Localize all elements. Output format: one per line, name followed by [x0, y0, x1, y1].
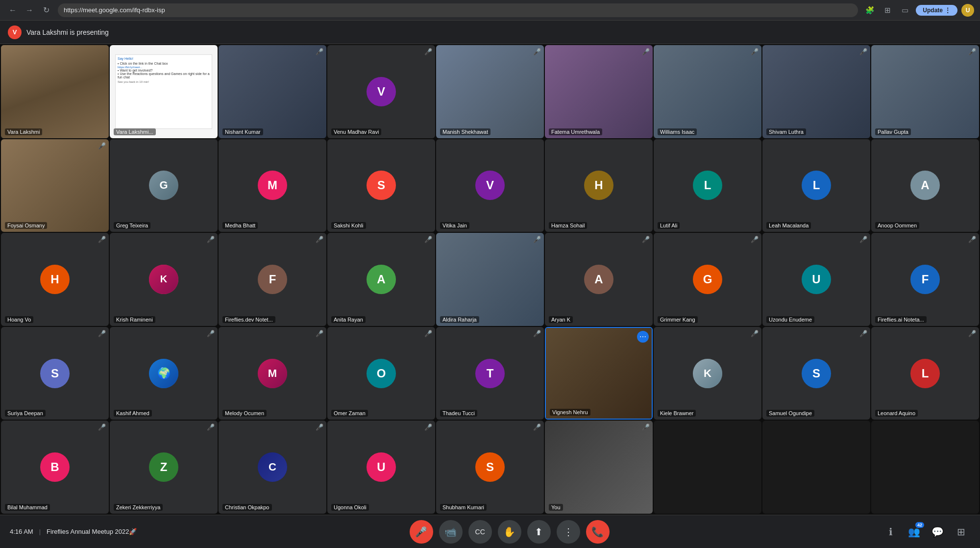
- participant-avatar: H: [40, 265, 70, 294]
- meeting-title: Fireflies Annual Meetup 2022🚀: [47, 528, 137, 535]
- update-label: Update: [923, 7, 943, 14]
- participant-cell-ugonna[interactable]: U 🎤 Ugonna Okoli: [327, 421, 435, 514]
- mute-icon: 🎤: [316, 48, 323, 55]
- presenter-avatar: V: [8, 25, 22, 39]
- mute-icon: 🎤: [424, 330, 432, 337]
- participant-cell-fireflies-ai[interactable]: F 🎤 Fireflies.ai Noteta...: [871, 233, 979, 326]
- participant-cell-manish[interactable]: 🎤 Manish Shekhawat: [436, 45, 544, 138]
- reload-button[interactable]: ↻: [39, 3, 53, 17]
- participant-cell-suriya[interactable]: S 🎤 Suriya Deepan: [1, 327, 109, 420]
- end-call-button[interactable]: 📞: [586, 520, 610, 544]
- address-bar[interactable]: https://meet.google.com/ifq-rdbx-isp: [58, 3, 858, 17]
- mute-icon: 🎤: [424, 236, 432, 243]
- participant-cell-lutif[interactable]: L Lutif Ali: [654, 139, 761, 232]
- participants-button[interactable]: 👥 42: [906, 523, 923, 541]
- participant-cell-sakshi[interactable]: S Sakshi Kohli: [327, 139, 435, 232]
- raise-hand-button[interactable]: ✋: [498, 520, 521, 544]
- participant-name: Kashif Ahmed: [114, 410, 152, 417]
- forward-button[interactable]: →: [23, 3, 36, 17]
- mute-icon: 🎤: [424, 48, 432, 55]
- tab-icon[interactable]: ▭: [898, 3, 912, 17]
- participant-name: Uzondu Enudeme: [766, 316, 814, 323]
- participant-name: You: [549, 504, 563, 511]
- participant-avatar: K: [693, 359, 722, 388]
- user-avatar[interactable]: U: [961, 4, 974, 17]
- extensions-icon[interactable]: 🧩: [863, 3, 877, 17]
- participant-cell-zekeri[interactable]: Z 🎤 Zekeri Zekkerriyya: [110, 421, 218, 514]
- empty-cell: [654, 421, 761, 514]
- participant-cell-anoop[interactable]: A Anoop Oommen: [871, 139, 979, 232]
- participant-cell-nishant[interactable]: 🎤 Nishant Kumar: [219, 45, 326, 138]
- participant-name: Leah Macalanda: [766, 222, 811, 229]
- participant-name: Fireflies.ai Noteta...: [875, 316, 927, 323]
- mute-toggle-button[interactable]: 🎤: [410, 520, 433, 544]
- participant-cell-leonard[interactable]: L 🎤 Leonard Aquino: [871, 327, 979, 420]
- participant-cell-hamza[interactable]: H Hamza Sohail: [545, 139, 653, 232]
- participant-cell-fireflies-dev[interactable]: F 🎤 Fireflies.dev Notet...: [219, 233, 326, 326]
- mute-icon: 🎤: [415, 526, 427, 538]
- participant-cell-venu[interactable]: V 🎤 Venu Madhav Ravi: [327, 45, 435, 138]
- participant-cell-hoang[interactable]: H 🎤 Hoang Vo: [1, 233, 109, 326]
- more-options-button[interactable]: ⋯: [637, 331, 649, 343]
- participant-cell-williams[interactable]: 🎤 Williams Isaac: [654, 45, 761, 138]
- participant-avatar: H: [584, 171, 613, 200]
- participant-name: Greg Teixeira: [114, 222, 150, 229]
- participant-cell-grimmer[interactable]: G 🎤 Grimmer Kang: [654, 233, 761, 326]
- participant-cell-medha[interactable]: M Medha Bhatt: [219, 139, 326, 232]
- participant-cell-kiele[interactable]: K 🎤 Kiele Brawner: [654, 327, 761, 420]
- participant-cell-vara-lakshmi[interactable]: Vara Lakshmi: [1, 45, 109, 138]
- info-button[interactable]: ℹ: [882, 523, 900, 541]
- participant-cell-shivam[interactable]: 🎤 Shivam Luthra: [762, 45, 870, 138]
- participant-cell-leah[interactable]: L Leah Macalanda: [762, 139, 870, 232]
- empty-cell: [871, 421, 979, 514]
- mute-icon: 🎤: [533, 423, 541, 431]
- mute-icon: 🎤: [316, 236, 323, 243]
- participant-avatar: L: [910, 359, 940, 388]
- participant-cell-aryan[interactable]: A 🎤 Aryan K: [545, 233, 653, 326]
- participant-name: Fireflies.dev Notet...: [222, 316, 275, 323]
- participant-cell-you[interactable]: 🎤 You: [545, 421, 653, 514]
- info-icon: ℹ: [889, 526, 893, 538]
- participant-cell-anita[interactable]: A 🎤 Anita Rayan: [327, 233, 435, 326]
- participant-avatar: A: [367, 265, 396, 294]
- participant-cell-thadeu[interactable]: T 🎤 Thadeu Tucci: [436, 327, 544, 420]
- participant-cell-foysai[interactable]: 🎤 Foysai Osmany: [1, 139, 109, 232]
- participant-cell-samuel[interactable]: S 🎤 Samuel Ogundipe: [762, 327, 870, 420]
- participant-cell-vignesh[interactable]: ⋯ Vignesh Nehru: [545, 327, 653, 420]
- participant-avatar: K: [149, 265, 178, 294]
- browser-chrome: ← → ↻ https://meet.google.com/ifq-rdbx-i…: [0, 0, 980, 21]
- participant-name: Anita Rayan: [331, 316, 366, 323]
- participant-cell-aldira[interactable]: 🎤 Aldira Raharja: [436, 233, 544, 326]
- present-icon: ⬆: [535, 526, 543, 538]
- more-icon: ⋮: [564, 526, 573, 538]
- chat-button[interactable]: 💬: [929, 523, 947, 541]
- participant-cell-uzondu[interactable]: U 🎤 Uzondu Enudeme: [762, 233, 870, 326]
- participant-cell-melody[interactable]: M 🎤 Melody Ocumen: [219, 327, 326, 420]
- participant-cell-fatema[interactable]: 🎤 Fatema Umrethwala: [545, 45, 653, 138]
- more-options-button[interactable]: ⋮: [557, 520, 580, 544]
- camera-toggle-button[interactable]: 📹: [439, 520, 463, 544]
- captions-button[interactable]: CC: [468, 520, 492, 544]
- mute-icon: 🎤: [751, 48, 759, 55]
- participant-cell-vara-screen[interactable]: Say Hello! • Click on the link in the Ch…: [110, 45, 218, 138]
- participant-cell-omer[interactable]: O 🎤 Omer Zaman: [327, 327, 435, 420]
- back-button[interactable]: ←: [6, 3, 20, 17]
- participant-name: Leonard Aquino: [875, 410, 918, 417]
- update-button[interactable]: Update ⋮: [916, 5, 957, 16]
- participant-name: Fatema Umrethwala: [549, 128, 602, 135]
- activities-button[interactable]: ⊞: [953, 523, 970, 541]
- participant-cell-pallav[interactable]: 🎤 Pallav Gupta: [871, 45, 979, 138]
- time-separator: |: [39, 528, 41, 535]
- chrome-actions: 🧩 ⊞ ▭ Update ⋮ U: [863, 3, 974, 17]
- extension2-icon[interactable]: ⊞: [881, 3, 894, 17]
- participant-cell-bilal[interactable]: B 🎤 Bilal Muhammad: [1, 421, 109, 514]
- participant-name: Suriya Deepan: [5, 410, 46, 417]
- participant-cell-kashif[interactable]: 🌍 🎤 Kashif Ahmed: [110, 327, 218, 420]
- participant-cell-krish[interactable]: K 🎤 Krish Ramineni: [110, 233, 218, 326]
- participant-cell-christian[interactable]: C 🎤 Christian Okpakpo: [219, 421, 326, 514]
- participant-cell-vitika[interactable]: V Vitika Jain: [436, 139, 544, 232]
- participant-cell-shubham[interactable]: S 🎤 Shubham Kumari: [436, 421, 544, 514]
- present-button[interactable]: ⬆: [527, 520, 551, 544]
- participant-cell-greg[interactable]: G Greg Teixeira: [110, 139, 218, 232]
- presenting-text: Vara Lakshmi is presenting: [26, 28, 109, 36]
